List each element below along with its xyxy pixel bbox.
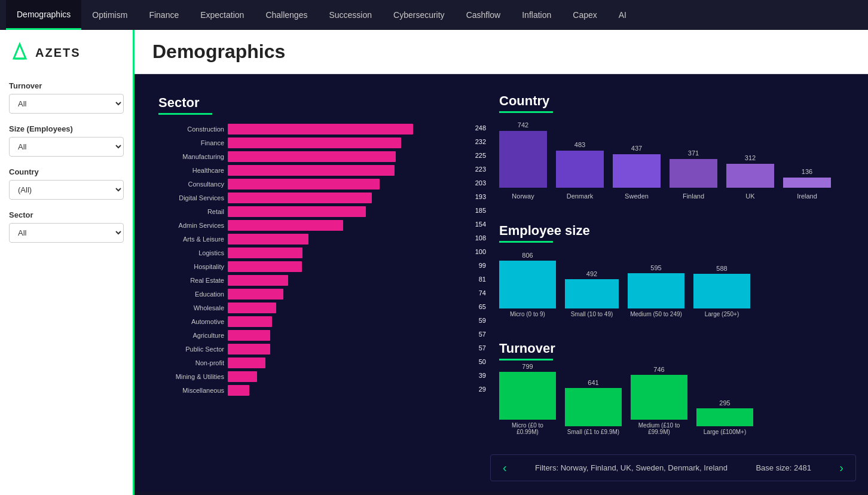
- filter-label-size-select: Size (Employees): [9, 124, 124, 133]
- bar-row: Finance232: [158, 138, 469, 148]
- bar-fill: [228, 124, 413, 135]
- nav-item-demographics[interactable]: Demographics: [6, 0, 81, 30]
- bar-label: Digital Services: [158, 194, 224, 201]
- bar-fill: [228, 261, 302, 272]
- country-bar-rect: [670, 159, 717, 188]
- bar-container: 248: [228, 124, 469, 135]
- nav-item-finance[interactable]: Finance: [138, 0, 190, 30]
- bar-row: Mining & Utilities39: [158, 371, 469, 382]
- bar-fill: [228, 275, 288, 286]
- bar-fill: [228, 206, 366, 217]
- nav-item-succession[interactable]: Succession: [318, 0, 383, 30]
- country-bar-rect: [556, 151, 604, 188]
- bar-row: Wholesale65: [158, 302, 469, 313]
- country-bar-rect: [613, 154, 661, 188]
- sector-title: Sector: [158, 95, 469, 111]
- nav-item-cashflow[interactable]: Cashflow: [456, 0, 512, 30]
- bar-row: Consultancy203: [158, 179, 469, 190]
- bar-row: Public Sector57: [158, 344, 469, 355]
- country-bar-item: 437Sweden: [613, 145, 661, 200]
- nav-item-challenges[interactable]: Challenges: [255, 0, 318, 30]
- country-bar-item: 371Finland: [670, 149, 717, 200]
- bar-row: Arts & Leisure108: [158, 234, 469, 245]
- bar-label: Consultancy: [158, 181, 224, 188]
- employee-bar-item: 588Large (250+): [693, 265, 750, 317]
- nav-item-ai[interactable]: AI: [608, 0, 637, 30]
- right-panel: Country 742Norway483Denmark437Sweden371F…: [490, 86, 856, 479]
- country-bar-label: Ireland: [797, 192, 817, 200]
- nav-item-inflation[interactable]: Inflation: [511, 0, 562, 30]
- bar-row: Digital Services193: [158, 192, 469, 203]
- bar-container: 29: [228, 385, 469, 396]
- employee-bar-label: Micro (0 to 9): [510, 311, 545, 317]
- bar-value: 99: [479, 262, 486, 269]
- bar-label: Construction: [158, 126, 224, 133]
- country-bar-rect: [783, 178, 831, 188]
- nav-item-cybersecurity[interactable]: Cybersecurity: [383, 0, 456, 30]
- turnover-select[interactable]: All: [9, 94, 124, 114]
- bar-row: Construction248: [158, 124, 469, 135]
- turnover-bar-rect: [631, 375, 687, 420]
- nav-item-capex[interactable]: Capex: [562, 0, 607, 30]
- bar-label: Arts & Leisure: [158, 236, 224, 243]
- size-select[interactable]: All: [9, 137, 124, 157]
- employee-bar-value: 595: [650, 264, 661, 271]
- bar-fill: [228, 316, 272, 327]
- bar-fill: [228, 302, 276, 313]
- bar-fill: [228, 344, 270, 355]
- country-bar-value: 483: [574, 141, 585, 148]
- nav-item-expectation[interactable]: Expectation: [190, 0, 255, 30]
- bar-label: Mining & Utilities: [158, 373, 224, 380]
- bar-label: Miscellaneous: [158, 387, 224, 394]
- bar-container: 74: [228, 289, 469, 300]
- bar-value: 57: [479, 344, 486, 352]
- bar-value: 203: [475, 179, 486, 187]
- country-select[interactable]: (All): [9, 180, 124, 200]
- bar-fill: [228, 179, 380, 190]
- bar-row: Miscellaneous29: [158, 385, 469, 396]
- bar-row: Education74: [158, 289, 469, 300]
- bar-fill: [228, 165, 395, 176]
- country-bar-value: 136: [802, 168, 812, 175]
- bar-value: 29: [479, 386, 486, 393]
- prev-arrow[interactable]: ‹: [503, 461, 507, 475]
- logo-text: AZETS: [35, 46, 81, 60]
- turnover-title: Turnover: [499, 341, 847, 356]
- content-area: Demographics Sector Construction248Finan…: [135, 30, 868, 495]
- turnover-bar-value: 641: [588, 379, 598, 386]
- next-arrow[interactable]: ›: [839, 461, 843, 475]
- country-bar-label: Norway: [512, 192, 534, 200]
- bar-fill: [228, 234, 308, 245]
- bar-value: 223: [475, 166, 486, 173]
- employee-bar-item: 492Small (10 to 49): [565, 270, 619, 317]
- bar-fill: [228, 220, 343, 231]
- sector-select[interactable]: All: [9, 223, 124, 243]
- base-size: Base size: 2481: [756, 463, 811, 472]
- bar-value: 57: [479, 331, 486, 338]
- country-section: Country 742Norway483Denmark437Sweden371F…: [490, 86, 856, 207]
- bar-fill: [228, 192, 372, 203]
- page-title-bar: Demographics: [135, 30, 868, 74]
- employee-size-section: Employee size 806Micro (0 to 9)492Small …: [490, 216, 856, 325]
- nav-item-optimism[interactable]: Optimism: [81, 0, 138, 30]
- employee-bar-value: 588: [716, 265, 727, 272]
- bar-fill: [228, 358, 265, 368]
- bar-container: 232: [228, 138, 469, 148]
- country-bar-value: 312: [745, 154, 756, 161]
- turnover-section: Turnover 799Micro (£0 to £0.99M)641Small…: [490, 334, 856, 442]
- bar-label: Agriculture: [158, 332, 224, 339]
- bar-value: 50: [479, 358, 486, 365]
- page-title: Demographics: [152, 41, 285, 62]
- bar-row: Admin Services154: [158, 220, 469, 231]
- bar-container: 59: [228, 316, 469, 327]
- turnover-bar-value: 799: [522, 363, 533, 370]
- bar-label: Manufacturing: [158, 153, 224, 160]
- logo-area: AZETS: [9, 42, 124, 63]
- employee-underline: [499, 241, 553, 243]
- country-bar-label: UK: [745, 192, 754, 200]
- footer-bar: ‹ Filters: Norway, Finland, UK, Sweden, …: [490, 454, 856, 481]
- bar-row: Agriculture57: [158, 330, 469, 341]
- turnover-bar-label: Large (£100M+): [704, 429, 746, 435]
- bar-fill: [228, 289, 283, 300]
- bar-label: Non-profit: [158, 359, 224, 366]
